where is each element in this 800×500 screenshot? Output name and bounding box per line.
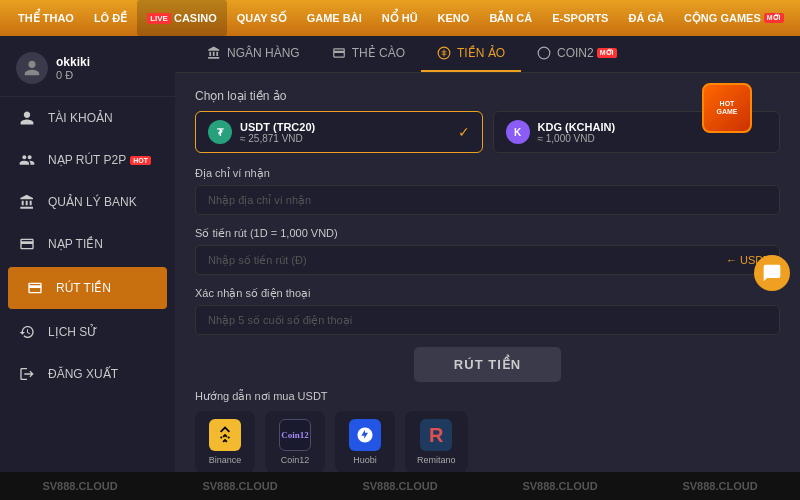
avatar: [16, 52, 48, 84]
currency-usdt[interactable]: ₮ USDT (TRC20) ≈ 25,871 VND ✓: [195, 111, 483, 153]
huobi-label: Huobi: [353, 455, 377, 465]
amount-input[interactable]: [195, 245, 780, 275]
amount-wrapper: ← USDT: [195, 245, 780, 275]
sidebar-item-rut-tien[interactable]: RÚT TIỀN: [8, 267, 167, 309]
sidebar-item-nap-rut-p2p[interactable]: NẠP RÚT P2P HOT: [0, 139, 175, 181]
remitano-label: Remitano: [417, 455, 456, 465]
guide-section: Hướng dẫn nơi mua USDT Binance Coin12: [195, 390, 780, 472]
bank-icon: [16, 191, 38, 213]
exchange-remitano[interactable]: R Remitano: [405, 411, 468, 472]
bottom-bar: SV888.CLOUD SV888.CLOUD SV888.CLOUD SV88…: [0, 472, 800, 500]
exchange-huobi[interactable]: Huobi: [335, 411, 395, 472]
nav-no-hu[interactable]: NỔ HŨ: [372, 0, 428, 36]
bottom-item-4: SV888.CLOUD: [640, 480, 800, 492]
check-icon: ✓: [458, 124, 470, 140]
nav-quay-so[interactable]: QUAY SỐ: [227, 0, 297, 36]
phone-input[interactable]: [195, 305, 780, 335]
bottom-item-2: SV888.CLOUD: [320, 480, 480, 492]
phone-group: Xác nhận số điện thoại: [195, 287, 780, 335]
huobi-logo: [349, 419, 381, 451]
binance-logo: [209, 419, 241, 451]
nav-casino[interactable]: LIVE CASINO: [137, 0, 227, 36]
deposit-icon: [16, 233, 38, 255]
bottom-item-3: SV888.CLOUD: [480, 480, 640, 492]
new-tab-badge: MỚI: [597, 48, 617, 58]
top-navigation: THỂ THAO LÔ ĐỀ LIVE CASINO QUAY SỐ GAME …: [0, 0, 800, 36]
withdraw-icon: [24, 277, 46, 299]
nav-game-bai[interactable]: GAME BÀI: [297, 0, 372, 36]
coin12-label: Coin12: [281, 455, 310, 465]
nav-e-sports[interactable]: E-SPORTS: [542, 0, 618, 36]
nav-lo-de[interactable]: LÔ ĐỀ: [84, 0, 137, 36]
user-details: okkiki 0 Đ: [56, 55, 90, 81]
address-input[interactable]: [195, 185, 780, 215]
currency-label: Chọn loại tiền ảo: [195, 89, 780, 103]
usdt-icon: ₮: [208, 120, 232, 144]
address-group: Địa chỉ ví nhận: [195, 167, 780, 215]
sidebar-item-lich-su[interactable]: LỊCH SỬ: [0, 311, 175, 353]
currency-row: ₮ USDT (TRC20) ≈ 25,871 VND ✓ K KDG (KCH…: [195, 111, 780, 153]
exchange-coin12[interactable]: Coin12 Coin12: [265, 411, 325, 472]
float-chat-button[interactable]: [754, 255, 790, 291]
tab-tien-ao[interactable]: TIỀN ẢO: [421, 36, 521, 72]
bottom-item-1: SV888.CLOUD: [160, 480, 320, 492]
sidebar-item-tai-khoan[interactable]: TÀI KHOẢN: [0, 97, 175, 139]
tab-coin2[interactable]: COIN2 MỚI: [521, 36, 632, 72]
tab-the-cao[interactable]: THẺ CÀO: [316, 36, 421, 72]
logout-icon: [16, 363, 38, 385]
p2p-icon: [16, 149, 38, 171]
sidebar-item-quan-ly-bank[interactable]: QUẢN LÝ BANK: [0, 181, 175, 223]
usdt-info: USDT (TRC20) ≈ 25,871 VND: [240, 121, 458, 144]
nav-da-ga[interactable]: ĐÁ GÀ: [618, 0, 673, 36]
amount-group: Số tiền rút (1D = 1,000 VND) ← USDT: [195, 227, 780, 275]
user-icon: [16, 107, 38, 129]
hot-badge: HOT: [130, 156, 151, 165]
history-icon: [16, 321, 38, 343]
bottom-item-0: SV888.CLOUD: [0, 480, 160, 492]
sidebar: okkiki 0 Đ TÀI KHOẢN NẠP RÚT P2P HOT: [0, 36, 175, 472]
sidebar-item-dang-xuat[interactable]: ĐĂNG XUẤT: [0, 353, 175, 395]
main-content: HOTGAME Chọn loại tiền ảo ₮ USDT (TRC20)…: [175, 73, 800, 472]
balance: 0 Đ: [56, 69, 90, 81]
submit-button[interactable]: RÚT TIỀN: [414, 347, 561, 382]
phone-label: Xác nhận số điện thoại: [195, 287, 780, 300]
kdg-icon: K: [506, 120, 530, 144]
new-badge: MỚI: [764, 13, 784, 23]
address-label: Địa chỉ ví nhận: [195, 167, 780, 180]
sidebar-item-nap-tien[interactable]: NẠP TIỀN: [0, 223, 175, 265]
hot-game-logo[interactable]: HOTGAME: [702, 83, 752, 133]
tab-ngan-hang[interactable]: NGÂN HÀNG: [191, 36, 316, 72]
coin12-logo: Coin12: [279, 419, 311, 451]
nav-cong-games[interactable]: CỘNG GAMES MỚI: [674, 0, 794, 36]
binance-label: Binance: [209, 455, 242, 465]
exchange-row: Binance Coin12 Coin12: [195, 411, 780, 472]
remitano-logo: R: [420, 419, 452, 451]
exchange-binance[interactable]: Binance: [195, 411, 255, 472]
svg-point-1: [538, 47, 550, 59]
guide-title: Hướng dẫn nơi mua USDT: [195, 390, 780, 403]
nav-ban-ca[interactable]: BẮN CÁ: [479, 0, 542, 36]
amount-label: Số tiền rút (1D = 1,000 VND): [195, 227, 780, 240]
live-badge: LIVE: [147, 13, 171, 24]
tabs: NGÂN HÀNG THẺ CÀO TIỀN ẢO COIN2 MỚI: [175, 36, 800, 73]
nav-the-thao[interactable]: THỂ THAO: [8, 0, 84, 36]
nav-keno[interactable]: KENO: [428, 0, 480, 36]
username: okkiki: [56, 55, 90, 69]
user-info: okkiki 0 Đ: [0, 44, 175, 97]
